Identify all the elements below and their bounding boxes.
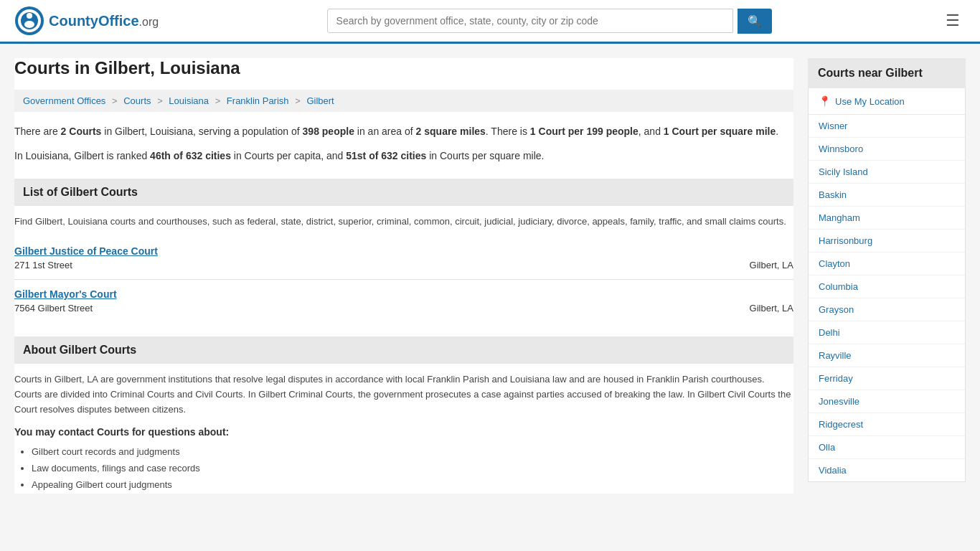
search-input[interactable] bbox=[327, 9, 733, 33]
court-row-2: 7564 Gilbert Street Gilbert, LA bbox=[14, 303, 793, 314]
court-address-1: 271 1st Street bbox=[14, 260, 72, 270]
sidebar-content: 📍 Use My Location Wisner Winnsboro Sicil… bbox=[808, 88, 966, 482]
location-pin-icon: 📍 bbox=[819, 95, 831, 107]
sidebar-link-vidalia[interactable]: Vidalia bbox=[809, 459, 965, 481]
contact-item-2: Law documents, filings and case records bbox=[32, 460, 793, 476]
court-count: 2 Courts bbox=[61, 126, 102, 137]
search-icon: 🔍 bbox=[748, 15, 762, 27]
use-location-label: Use My Location bbox=[835, 96, 905, 107]
breadcrumb-sep-4: > bbox=[295, 95, 303, 106]
sidebar-link-harrisonburg[interactable]: Harrisonburg bbox=[809, 230, 965, 253]
list-section-header: List of Gilbert Courts bbox=[14, 179, 793, 206]
main-container: Courts in Gilbert, Louisiana Government … bbox=[0, 44, 980, 508]
per-mile: 1 Court per square mile bbox=[664, 126, 776, 137]
svg-text:★: ★ bbox=[18, 17, 22, 21]
court-name-2[interactable]: Gilbert Mayor's Court bbox=[14, 288, 793, 300]
sidebar-header: Courts near Gilbert bbox=[808, 58, 966, 88]
about-section: About Gilbert Courts Courts in Gilbert, … bbox=[14, 336, 793, 494]
contact-item-1: Gilbert court records and judgments bbox=[32, 443, 793, 460]
breadcrumb-sep-2: > bbox=[157, 95, 165, 106]
sidebar-link-winnsboro[interactable]: Winnsboro bbox=[809, 138, 965, 161]
about-text: Courts in Gilbert, LA are government ins… bbox=[14, 372, 793, 417]
rank-text: In Louisiana, Gilbert is ranked 46th of … bbox=[14, 148, 793, 164]
per-people: 1 Court per 199 people bbox=[530, 126, 639, 137]
page-title: Courts in Gilbert, Louisiana bbox=[14, 58, 793, 78]
list-description: Find Gilbert, Louisiana courts and court… bbox=[14, 215, 793, 229]
description: There are 2 Courts in Gilbert, Louisiana… bbox=[14, 123, 793, 139]
court-name-1[interactable]: Gilbert Justice of Peace Court bbox=[14, 245, 793, 257]
search-button[interactable]: 🔍 bbox=[738, 9, 772, 34]
header: ★ ★ CountyOffice.org 🔍 ☰ bbox=[0, 0, 980, 44]
sidebar-link-ferriday[interactable]: Ferriday bbox=[809, 367, 965, 390]
sidebar-link-jonesville[interactable]: Jonesville bbox=[809, 390, 965, 413]
court-location-1: Gilbert, LA bbox=[750, 260, 793, 270]
rank1: 46th of 632 cities bbox=[150, 150, 231, 161]
svg-text:★: ★ bbox=[37, 17, 41, 21]
sidebar-link-wisner[interactable]: Wisner bbox=[809, 115, 965, 138]
about-section-header: About Gilbert Courts bbox=[14, 336, 793, 364]
sidebar-link-rayville[interactable]: Rayville bbox=[809, 344, 965, 367]
breadcrumb-gilbert[interactable]: Gilbert bbox=[306, 95, 334, 106]
hamburger-icon: ☰ bbox=[946, 11, 960, 29]
content: Courts in Gilbert, Louisiana Government … bbox=[14, 58, 793, 494]
sidebar-link-grayson[interactable]: Grayson bbox=[809, 298, 965, 321]
sidebar: Courts near Gilbert 📍 Use My Location Wi… bbox=[808, 58, 966, 494]
breadcrumb: Government Offices > Courts > Louisiana … bbox=[14, 90, 793, 112]
sidebar-link-clayton[interactable]: Clayton bbox=[809, 253, 965, 276]
area: 2 square miles bbox=[416, 126, 486, 137]
court-row-1: 271 1st Street Gilbert, LA bbox=[14, 260, 793, 270]
breadcrumb-sep-3: > bbox=[215, 95, 223, 106]
svg-point-3 bbox=[27, 13, 32, 19]
logo-text: CountyOffice.org bbox=[49, 13, 159, 29]
sidebar-link-columbia[interactable]: Columbia bbox=[809, 276, 965, 298]
breadcrumb-courts[interactable]: Courts bbox=[123, 95, 151, 106]
court-address-2: 7564 Gilbert Street bbox=[14, 303, 93, 314]
rank2: 51st of 632 cities bbox=[346, 150, 426, 161]
svg-point-4 bbox=[24, 21, 34, 28]
breadcrumb-louisiana[interactable]: Louisiana bbox=[169, 95, 209, 106]
search-area: 🔍 bbox=[327, 9, 772, 34]
breadcrumb-sep-1: > bbox=[112, 95, 120, 106]
logo-icon: ★ ★ bbox=[14, 6, 44, 36]
court-item-2: Gilbert Mayor's Court 7564 Gilbert Stree… bbox=[14, 280, 793, 322]
court-location-2: Gilbert, LA bbox=[750, 303, 793, 314]
logo-area: ★ ★ CountyOffice.org bbox=[14, 6, 159, 36]
sidebar-link-mangham[interactable]: Mangham bbox=[809, 207, 965, 230]
breadcrumb-government-offices[interactable]: Government Offices bbox=[23, 95, 105, 106]
population: 398 people bbox=[303, 126, 354, 137]
sidebar-link-baskin[interactable]: Baskin bbox=[809, 184, 965, 207]
sidebar-link-sicily-island[interactable]: Sicily Island bbox=[809, 161, 965, 184]
sidebar-link-delhi[interactable]: Delhi bbox=[809, 321, 965, 344]
contact-list: Gilbert court records and judgments Law … bbox=[32, 443, 793, 494]
breadcrumb-franklin-parish[interactable]: Franklin Parish bbox=[227, 95, 289, 106]
menu-button[interactable]: ☰ bbox=[940, 9, 966, 33]
sidebar-link-ridgecrest[interactable]: Ridgecrest bbox=[809, 413, 965, 436]
header-right: ☰ bbox=[940, 9, 966, 33]
contact-header: You may contact Courts for questions abo… bbox=[14, 426, 793, 438]
court-item-1: Gilbert Justice of Peace Court 271 1st S… bbox=[14, 237, 793, 280]
use-my-location[interactable]: 📍 Use My Location bbox=[809, 88, 965, 115]
list-section: List of Gilbert Courts Find Gilbert, Lou… bbox=[14, 179, 793, 323]
sidebar-link-olla[interactable]: Olla bbox=[809, 436, 965, 459]
contact-item-3: Appealing Gilbert court judgments bbox=[32, 476, 793, 493]
